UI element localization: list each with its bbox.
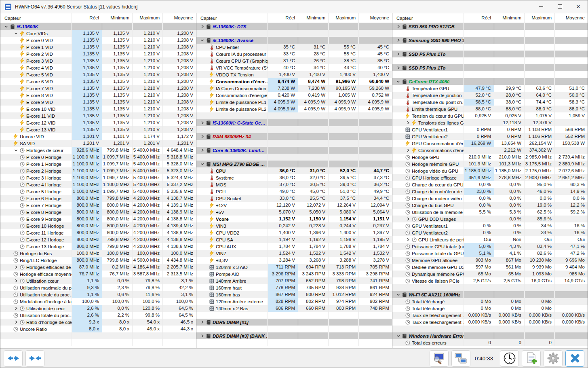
sensor-row[interactable]: CPU Entier35 °C31 °C55 °C45 °C — [196, 44, 392, 51]
sensor-row[interactable]: MOS37,0 °C30,5 °C39,0 °C36,2 °C — [196, 181, 392, 188]
sensor-row[interactable]: 140mm Arrière707 RPM652 RPM798 RPM741 RP… — [196, 277, 392, 284]
column-header-reel[interactable]: Réel — [72, 13, 102, 23]
sensor-row[interactable]: P-core 2 Horloge1 100,0 MHz1 099,7 MHz5 … — [0, 167, 196, 174]
sensor-row[interactable]: GPU Horloge efficace351,6 MHz278,8 MHz2 … — [392, 174, 588, 181]
sensor-row[interactable]: P-core 2 VID1,135 V1,135 V1,210 V1,208 V — [0, 51, 196, 57]
sensor-row[interactable]: 140mm x 2 Bas686 RPM660 RPM803 RPM748 RP… — [196, 305, 392, 312]
sensor-row[interactable]: P-core 4 Horloge1 100,0 MHz1 100,0 MHz5 … — [0, 181, 196, 188]
sensor-row[interactable]: CPU36,0 °C31,0 °C52,0 °C44,7 °C — [196, 167, 392, 174]
sensor-row[interactable]: P-core 1 VID1,135 V1,135 V1,210 V1,208 V — [0, 44, 196, 51]
sensor-row[interactable]: Core VIDs1,135 V1,135 V1,210 V1,208 V — [0, 30, 196, 37]
sensor-row[interactable]: Utilisation totale du proc…1,1 %0,6 %11,… — [0, 291, 196, 298]
chevron-down-icon[interactable] — [395, 79, 401, 84]
sensor-row[interactable]: Système36,0 °C32,0 °C39,5 °C37,3 °C — [196, 174, 392, 181]
sensor-row[interactable]: Utilisation maximale du pr…9,3 %2,3 %79,… — [0, 284, 196, 291]
column-header-moyenne[interactable]: Moyenne — [359, 13, 392, 23]
sensor-row[interactable]: Température de jonction …52,0 °C28,0 °C6… — [392, 92, 588, 99]
sensor-row[interactable]: GPU Ventilateur20 RPM0 RPM1 106 RPM552 R… — [392, 133, 588, 140]
chevron-right-icon[interactable] — [395, 38, 401, 42]
sensor-row[interactable]: E-core 11 VID1,135 V1,135 V1,210 V1,208 … — [0, 112, 196, 119]
expand-columns-button[interactable] — [4, 350, 23, 367]
sensor-row[interactable]: CPU VDD21,400 V1,396 V1,400 V1,397 V — [196, 229, 392, 236]
sensor-row[interactable]: P-core 5 Horloge1 100,0 MHz1 099,7 MHz5 … — [0, 188, 196, 195]
sensor-row[interactable]: Cœurs CPU GT (Graphiqu…31 °C26 °C38 °C35… — [196, 57, 392, 64]
sensor-row[interactable]: P-core 4 VID1,135 V1,135 V1,210 V1,208 V — [0, 64, 196, 71]
sensor-row[interactable]: Horloge du Bus100,0 MHz100,0 MHz100,0 MH… — [0, 250, 196, 257]
sensor-row[interactable]: 160mm haut778 RPM735 RPM938 RPM861 RPM — [196, 284, 392, 291]
sensor-row[interactable]: Température du point ch…58,5 °C38,0 °C74… — [392, 99, 588, 106]
sensor-row[interactable]: Température GPU47,9 °C29,9 °C63,6 °C51,0… — [392, 85, 588, 92]
sensor-row[interactable]: 120mm x 3 AiO711 RPM694 RPM713 RPM705 RP… — [196, 264, 392, 271]
sensor-row[interactable]: P-core 0 VID1,135 V1,135 V1,210 V1,208 V — [0, 37, 196, 44]
collapse-columns-button[interactable] — [25, 350, 44, 367]
sensor-row[interactable]: GPU D3D Usages0,0 %85,6 % — [392, 216, 588, 222]
column-header-maximum[interactable]: Maximum — [133, 13, 163, 23]
sensor-row[interactable]: Puissance totale du GPU …5,1 %4,1 %82,6 … — [392, 250, 588, 257]
column-header-maximum[interactable]: Maximum — [329, 13, 359, 23]
chevron-down-icon[interactable] — [13, 148, 19, 152]
sensor-row[interactable]: Pompe AiO3 296 RPM3 243 RPM3 333 RPM3 29… — [196, 271, 392, 277]
sensor-row[interactable]: Dédiée mémoire GPU D3D597 Mo561 Mo9 939 … — [392, 264, 588, 271]
sensor-row[interactable]: E-core 12 VID1,135 V1,135 V1,210 V1,208 … — [0, 119, 196, 126]
section-header-row[interactable]: i5-13600K — [0, 23, 196, 30]
sensor-row[interactable]: E-core 13 VID1,135 V1,135 V1,210 V1,208 … — [0, 126, 196, 133]
sensor-row[interactable]: Utilisation de la mémoire …5,5 %5,3 %62,… — [392, 209, 588, 216]
sensor-row[interactable]: Utilisation de cœur2,6 %0,0 %120,8 %64,5… — [0, 305, 196, 312]
sensor-row[interactable]: CPU Socket33,0 °C25,5 °C37,5 °C34,4 °C — [196, 195, 392, 202]
sensor-row[interactable]: Utilisation cœur1,1 %0,0 %79,8 %3,1 % — [0, 277, 196, 284]
chevron-down-icon[interactable] — [13, 31, 19, 36]
sensor-row[interactable]: E-core 9 Horloge800,0 MHz800,0 MHz4 200,… — [0, 216, 196, 222]
sensor-row[interactable]: Limite de puissance PL14 095,9 W4 095,9 … — [196, 99, 392, 106]
sensor-row[interactable]: GPU Ventilateur10 RPM0 RPM1 108 RPM566 R… — [392, 126, 588, 133]
chevron-right-icon[interactable] — [395, 52, 401, 56]
column-header-capteur[interactable]: Capteur — [0, 13, 72, 23]
section-header-row[interactable]: Windows Hardware Error… — [392, 332, 588, 339]
sensor-row[interactable]: Charge du bus GPU0,0 %0,0 %19,0 %12,2 % — [392, 202, 588, 209]
column-header-moyenne[interactable]: Moyenne — [163, 13, 196, 23]
sensor-row[interactable]: E-core 6 VID1,135 V1,135 V1,210 V1,208 V — [0, 78, 196, 85]
sensor-row[interactable]: E-core 6 Horloge800,0 MHz799,8 MHz4 200,… — [0, 195, 196, 202]
sensor-row[interactable]: P-core 1 Horloge1 100,0 MHz1 099,7 MHz5 … — [0, 161, 196, 167]
sensor-row[interactable]: Taux de téléchargement …0,000 KB/s0,000 … — [392, 312, 588, 319]
minimize-button[interactable] — [532, 0, 550, 13]
sensor-row[interactable]: Utilisation totale du proc…2,6 %2,2 %99,… — [0, 312, 196, 319]
sensor-row[interactable]: E-core 11 Horloge800,0 MHz800,0 MHz4 200… — [0, 229, 196, 236]
sensor-row[interactable]: Cœurs IA du processeur33 °C28 °C55 °C45 … — [196, 51, 392, 57]
column-header-reel[interactable]: Réel — [464, 13, 494, 23]
section-header-row[interactable]: SSD P5 Plus 1To — [392, 64, 588, 71]
maximize-button[interactable] — [550, 0, 569, 13]
sensor-row[interactable]: CPU SA1,194 V1,192 V1,198 V1,195 V — [196, 236, 392, 243]
chevron-right-icon[interactable] — [199, 334, 205, 338]
sensor-row[interactable]: Taux de téléchargement …0,000 KB/s0,000 … — [392, 319, 588, 326]
section-header-row[interactable]: Core i5-13600K: Limit… — [196, 147, 392, 154]
sensor-row[interactable]: IA Cores Consommation …7,238 W7,238 W90,… — [196, 85, 392, 92]
sensor-row[interactable]: 120mm Arrière externe828 RPM802 RPM974 R… — [196, 298, 392, 305]
sensor-row[interactable]: Ring/LLC Horloge800,0 MHz799,8 MHz4 500,… — [0, 257, 196, 264]
sensor-row[interactable]: Total téléchargé0 Mo0 Mo0 Mo — [392, 305, 588, 312]
sensor-row[interactable]: E-core 7 VID1,135 V1,135 V1,210 V1,208 V — [0, 85, 196, 92]
chevron-right-icon[interactable] — [199, 121, 205, 125]
sensor-row[interactable]: PCH49,0 °C45,0 °C51,0 °C49,9 °C — [196, 188, 392, 195]
section-header-row[interactable]: i5-13600K: DTS — [196, 23, 392, 30]
chevron-right-icon[interactable] — [395, 66, 401, 70]
sensor-row[interactable]: 160mm bas867 RPM800 RPM1 012 RPM924 RPM — [196, 291, 392, 298]
sensor-row[interactable]: Horloge efficace moyenne76,7 MHz76,7 MHz… — [0, 271, 196, 277]
chevron-down-icon[interactable] — [199, 38, 205, 42]
sensor-row[interactable]: Limite de puissance PL24 095,9 W4 095,9 … — [196, 106, 392, 112]
sensor-row[interactable]: Modulation d'horloge à la…100,0 %100,0 %… — [0, 298, 196, 305]
sensor-row[interactable]: Horloges de cœur928,6 MHz799,8 MHz5 400,… — [0, 147, 196, 154]
sensor-row[interactable]: VIN71,524 V1,522 V1,542 V1,532 V — [196, 250, 392, 257]
sensor-row[interactable]: Limite thermique GPU88,0 °C88,0 °C88,0 °… — [392, 106, 588, 112]
sensor-row[interactable]: +5V5,070 V5,050 V5,080 V5,064 V — [196, 209, 392, 216]
sensor-row[interactable]: Horloge mémoire GPU101,3 MHz101,3 MHz3 1… — [392, 161, 588, 167]
sensor-row[interactable]: Uncore VID1,101 V1,101 V1,174 V1,172 V — [0, 133, 196, 140]
sensor-row[interactable]: E-core 10 Horloge800,0 MHz800,0 MHz4 200… — [0, 222, 196, 229]
sensor-row[interactable]: VIN30,242 V0,228 V0,244 V0,237 V — [196, 222, 392, 229]
system-summary-button[interactable] — [430, 350, 449, 367]
sensor-row[interactable]: Tensions des lignes GPU12,118 V12,376 V — [392, 119, 588, 126]
sensor-row[interactable]: GPU Consommation d'én…16,269 W13,654 W26… — [392, 140, 588, 147]
section-header-row[interactable]: RAM 6800MHz 34 — [196, 133, 392, 140]
section-header-row[interactable]: SSD 850 PRO 512GB — [392, 23, 588, 30]
sensor-row[interactable]: E-core 7 Horloge800,0 MHz800,0 MHz4 200,… — [0, 202, 196, 209]
sensor-row[interactable]: Vitesse de liaison PCIe2,5 GT/s2,5 GT/s1… — [392, 277, 588, 284]
